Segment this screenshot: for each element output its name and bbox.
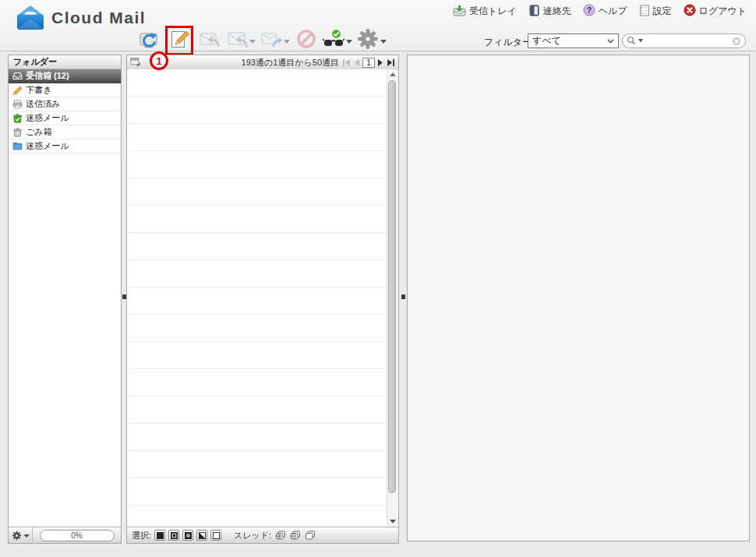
- message-list-panel: 193通の1通目から50通目 1 選択:: [126, 55, 399, 544]
- first-page-icon[interactable]: [342, 58, 351, 67]
- sidebar-item-trash[interactable]: ごみ箱: [9, 125, 121, 139]
- compose-button[interactable]: [168, 29, 191, 52]
- check-mail-button[interactable]: [137, 29, 161, 52]
- settings-menu-caret[interactable]: [380, 40, 387, 44]
- folder-panel-header: フォルダー: [9, 55, 121, 69]
- sidebar-footer: 0%: [9, 527, 121, 543]
- step-highlight-box: [165, 26, 193, 55]
- message-list-body[interactable]: [128, 69, 397, 527]
- drafts-icon: [12, 85, 23, 95]
- reply-all-icon: [226, 29, 248, 52]
- inbox-tray-icon: [453, 5, 466, 19]
- forward-icon: [260, 29, 282, 52]
- search-scope-caret-icon[interactable]: [638, 39, 643, 43]
- list-display-options-icon[interactable]: [130, 58, 140, 68]
- sent-icon: [12, 99, 23, 109]
- folder-icon: [12, 141, 23, 151]
- inbox-icon: [12, 71, 23, 81]
- chevron-down-icon: [607, 39, 614, 44]
- logout-icon: [684, 4, 696, 19]
- scroll-down-icon[interactable]: [390, 520, 396, 524]
- filter-dropdown[interactable]: すべて: [528, 33, 619, 48]
- block-sender-icon: [296, 29, 316, 52]
- message-list-footer: 選択: スレッド:: [127, 527, 398, 543]
- filter-label: フィルター:: [484, 36, 534, 49]
- nav-contacts[interactable]: 連絡先: [528, 5, 571, 19]
- mail-toolbar: [137, 26, 387, 55]
- scroll-up-icon[interactable]: [390, 72, 396, 76]
- select-label: 選択:: [132, 530, 151, 541]
- mark-icon: [323, 28, 344, 53]
- search-input[interactable]: [645, 36, 730, 47]
- contacts-icon: [528, 5, 540, 19]
- block-sender-button[interactable]: [295, 29, 318, 52]
- check-mail-icon: [138, 28, 160, 53]
- mark-button[interactable]: [323, 28, 352, 53]
- svg-text:?: ?: [587, 6, 592, 15]
- thread-toggle-button[interactable]: [304, 530, 316, 541]
- folder-actions-button[interactable]: [9, 527, 33, 543]
- mark-menu-caret[interactable]: [346, 40, 352, 44]
- folder-panel: フォルダー 受信箱 (12) 下書き 送信済み: [8, 55, 122, 544]
- reply-all-menu-caret[interactable]: [249, 40, 256, 44]
- cloud-mail-logo-icon: [16, 5, 45, 30]
- select-unread-button[interactable]: [182, 530, 193, 541]
- settings-button[interactable]: [357, 28, 387, 53]
- thread-label: スレッド:: [234, 530, 271, 541]
- forward-button[interactable]: [260, 29, 290, 52]
- page-number-input[interactable]: 1: [362, 58, 375, 68]
- sidebar-item-sent[interactable]: 送信済み: [9, 97, 121, 111]
- nav-preferences[interactable]: 設定: [639, 5, 672, 19]
- sidebar-item-spam-folder[interactable]: 迷惑メール: [9, 139, 121, 153]
- compose-icon: [169, 29, 190, 53]
- splitter-handle-right[interactable]: [401, 294, 405, 299]
- settings-icon: [357, 28, 379, 53]
- search-icon[interactable]: [627, 36, 637, 46]
- forward-menu-caret[interactable]: [284, 40, 290, 44]
- search-box[interactable]: [622, 33, 746, 48]
- nav-logout[interactable]: ログアウト: [684, 4, 747, 19]
- message-range-text: 193通の1通目から50通目: [242, 57, 339, 69]
- next-page-icon[interactable]: [377, 58, 384, 67]
- sidebar-item-drafts[interactable]: 下書き: [9, 83, 121, 97]
- sidebar-item-inbox[interactable]: 受信箱 (12): [9, 69, 121, 83]
- help-icon: ?: [583, 4, 595, 19]
- filter-selected-value: すべて: [532, 34, 561, 48]
- spam-icon: [12, 113, 23, 123]
- reply-all-button[interactable]: [226, 29, 256, 52]
- search-clear-icon[interactable]: [732, 37, 741, 46]
- gear-icon: [12, 531, 22, 541]
- scrollbar-thumb[interactable]: [388, 80, 396, 493]
- thread-collapse-button[interactable]: [289, 530, 301, 541]
- reply-button[interactable]: [198, 29, 221, 52]
- last-page-icon[interactable]: [387, 58, 395, 67]
- reading-pane: [407, 55, 750, 541]
- preferences-icon: [639, 5, 650, 19]
- folder-actions-caret: [23, 534, 30, 538]
- top-navigation: 受信トレイ 連絡先 ? ヘルプ: [453, 4, 747, 19]
- list-scrollbar[interactable]: [387, 69, 397, 527]
- app-title: Cloud Mail: [51, 9, 146, 27]
- splitter-handle-left[interactable]: [122, 294, 126, 299]
- select-all-button[interactable]: [154, 530, 165, 541]
- select-none-button[interactable]: [210, 530, 221, 541]
- pagination: 1: [342, 58, 395, 68]
- thread-expand-button[interactable]: [274, 530, 286, 541]
- trash-icon: [12, 127, 23, 137]
- sidebar-item-spam[interactable]: 迷惑メール: [9, 111, 121, 125]
- nav-inbox-tray[interactable]: 受信トレイ: [453, 5, 517, 19]
- prev-page-icon[interactable]: [353, 58, 360, 67]
- select-invert-button[interactable]: [196, 530, 207, 541]
- step-annotation-1: 1: [150, 51, 168, 70]
- select-read-button[interactable]: [168, 530, 179, 541]
- quota-indicator: 0%: [40, 530, 115, 541]
- reply-icon: [199, 29, 221, 52]
- nav-help[interactable]: ? ヘルプ: [583, 4, 627, 19]
